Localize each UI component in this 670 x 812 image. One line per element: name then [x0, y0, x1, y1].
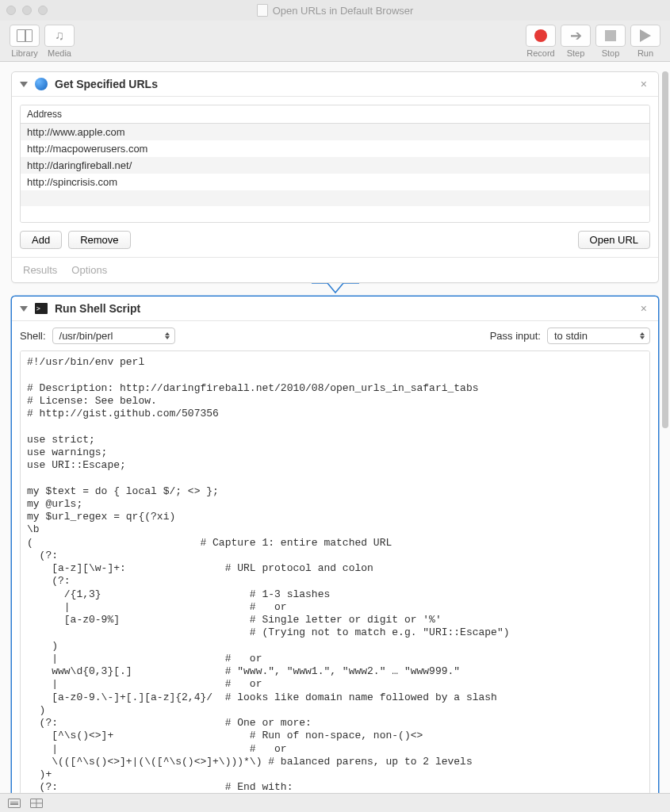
- step-button[interactable]: ➔ Step: [561, 25, 591, 58]
- results-tab[interactable]: Results: [23, 264, 57, 276]
- record-icon: [526, 25, 556, 47]
- action-connector: [11, 283, 659, 297]
- record-button[interactable]: Record: [526, 25, 556, 58]
- terminal-icon: [34, 301, 48, 316]
- stop-button[interactable]: Stop: [595, 25, 626, 58]
- media-icon: ♫: [44, 25, 75, 47]
- window-title: Open URLs in Default Browser: [0, 4, 670, 17]
- url-table[interactable]: Address http://www.apple.com http://macp…: [20, 105, 650, 223]
- variables-view-button[interactable]: [30, 799, 43, 808]
- action-get-specified-urls[interactable]: Get Specified URLs × Address http://www.…: [11, 71, 659, 283]
- action-header: Get Specified URLs ×: [12, 72, 658, 97]
- shell-select[interactable]: /usr/bin/perl: [52, 327, 175, 344]
- url-row-empty[interactable]: [21, 190, 649, 206]
- disclosure-triangle-icon[interactable]: [20, 306, 28, 312]
- action-title: Get Specified URLs: [55, 78, 637, 90]
- library-label: Library: [11, 48, 38, 58]
- url-row-empty[interactable]: [21, 206, 649, 222]
- run-button[interactable]: Run: [630, 25, 660, 58]
- statusbar: [0, 793, 670, 812]
- url-row[interactable]: http://daringfireball.net/: [21, 157, 649, 174]
- run-label: Run: [637, 48, 653, 58]
- url-row[interactable]: http://spincrisis.com: [21, 174, 649, 190]
- pass-input-select[interactable]: to stdin: [547, 327, 650, 344]
- url-row[interactable]: http://macpowerusers.com: [21, 140, 649, 157]
- safari-globe-icon: [34, 77, 48, 91]
- address-column-header[interactable]: Address: [21, 105, 649, 124]
- toolbar: Library ♫ Media Record ➔ Step Stop Ru: [0, 21, 670, 62]
- automator-window: Open URLs in Default Browser Library ♫ M…: [0, 0, 670, 812]
- pass-input-value: to stdin: [554, 330, 588, 342]
- step-label: Step: [567, 48, 585, 58]
- chevron-updown-icon: [640, 332, 645, 339]
- window-title-text: Open URLs in Default Browser: [273, 5, 414, 17]
- log-view-button[interactable]: [8, 799, 21, 808]
- workflow-area[interactable]: Get Specified URLs × Address http://www.…: [0, 62, 670, 793]
- library-button[interactable]: Library: [10, 25, 40, 58]
- step-icon: ➔: [561, 25, 591, 47]
- action-title: Run Shell Script: [55, 302, 637, 315]
- stop-icon: [595, 25, 626, 47]
- url-row[interactable]: http://www.apple.com: [21, 124, 649, 140]
- media-label: Media: [48, 48, 71, 58]
- open-url-button[interactable]: Open URL: [578, 231, 650, 249]
- disclosure-triangle-icon[interactable]: [20, 82, 28, 87]
- options-tab[interactable]: Options: [71, 264, 107, 276]
- action-run-shell-script[interactable]: Run Shell Script × Shell: /usr/bin/perl …: [11, 296, 659, 793]
- workflow-scrollbar[interactable]: [662, 71, 668, 428]
- script-textarea[interactable]: #!/usr/bin/env perl # Description: http:…: [20, 350, 650, 793]
- pass-input-label: Pass input:: [490, 330, 541, 342]
- shell-value: /usr/bin/perl: [59, 330, 113, 342]
- play-icon: [630, 25, 660, 47]
- chevron-updown-icon: [165, 332, 170, 339]
- action-header: Run Shell Script ×: [12, 297, 658, 321]
- library-icon: [10, 25, 40, 47]
- remove-action-button[interactable]: ×: [637, 78, 650, 90]
- action-footer: Results Options: [12, 257, 658, 282]
- stop-label: Stop: [602, 48, 620, 58]
- remove-action-button[interactable]: ×: [637, 302, 650, 315]
- document-icon: [257, 4, 268, 17]
- shell-label: Shell:: [20, 330, 46, 342]
- remove-button[interactable]: Remove: [68, 231, 130, 249]
- media-button[interactable]: ♫ Media: [44, 25, 75, 58]
- add-button[interactable]: Add: [20, 231, 62, 249]
- record-label: Record: [526, 48, 554, 58]
- titlebar: Open URLs in Default Browser: [0, 0, 670, 21]
